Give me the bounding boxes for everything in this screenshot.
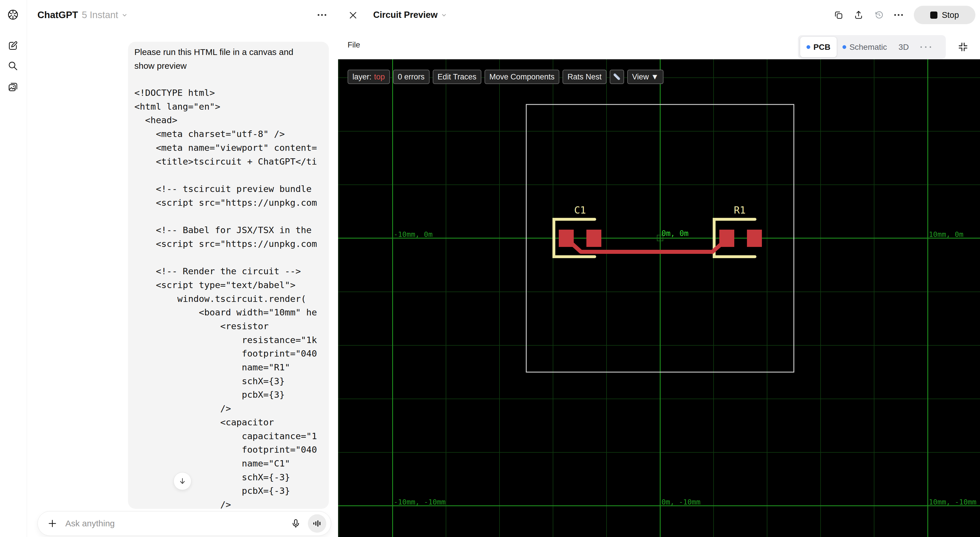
pad-c1-1 [559,229,574,247]
coord-label-right-mid: 10mm, 0m [929,230,963,239]
coord-label-origin: 0m, 0m [662,229,689,238]
tab-pcb[interactable]: PCB [800,37,837,57]
pad-r1-1 [719,229,734,247]
composer-input[interactable]: Ask anything [37,511,331,536]
pcb-canvas[interactable]: C1 R1 -10mm, 0m 0m, 0m 10mm, 0m -10mm, -… [338,59,980,537]
chevron-down-icon [121,11,128,18]
tab-schematic-label: Schematic [850,43,887,52]
rats-nest-button[interactable]: Rats Nest [563,70,606,84]
chevron-down-icon [441,11,447,18]
file-menu[interactable]: File [348,41,360,49]
user-message-text: Please run this HTML file in a canvas an… [134,45,316,73]
collapse-icon[interactable] [958,41,969,53]
pcb-status-dot [807,45,810,49]
coord-label-right-bottom: 10mm, -10mm [929,498,977,506]
microphone-icon[interactable] [291,518,301,529]
stop-square-icon [930,11,937,19]
move-components-button[interactable]: Move Components [485,70,560,84]
view-dropdown-button[interactable]: View ▼ [627,70,663,84]
coord-label-left-bottom: -10mm, -10mm [394,498,446,506]
errors-button[interactable]: 0 errors [393,70,430,84]
conversation-options-icon[interactable] [318,14,326,16]
pencil-icon [612,72,622,81]
scroll-to-bottom-button[interactable] [173,472,191,490]
plus-icon[interactable] [48,519,57,528]
view-tabs: PCB Schematic 3D [798,35,946,59]
pad-c1-2 [586,229,601,247]
composer-placeholder: Ask anything [65,519,291,528]
pcb-toolbar: layer: top 0 errors Edit Traces Move Com… [348,70,663,84]
tab-pcb-label: PCB [813,43,830,52]
layer-selector-button[interactable]: layer: top [348,70,390,84]
layer-value: top [374,73,385,81]
openai-logo-icon [8,9,18,20]
stop-button[interactable]: Stop [914,6,975,24]
library-icon[interactable] [8,81,18,92]
pencil-tool-button[interactable] [610,70,624,84]
voice-mode-button[interactable] [308,514,326,533]
coord-label-bottom-mid: 0m, -10mm [662,498,700,506]
close-icon[interactable] [348,10,358,20]
sidebar [0,0,27,537]
app-root: ChatGPT 5 Instant Please run this HTML f… [0,0,980,537]
voice-waveform-icon [312,519,322,528]
canvas-more-icon[interactable] [894,14,903,16]
pcb-drawing: C1 R1 [338,59,980,537]
share-icon[interactable] [853,10,864,20]
user-message-bubble: Please run this HTML file in a canvas an… [128,42,329,509]
copy-icon[interactable] [833,10,844,20]
canvas-title: Circuit Preview [373,10,438,20]
edit-traces-button[interactable]: Edit Traces [433,70,481,84]
model-name: 5 Instant [82,10,118,21]
history-icon[interactable] [874,10,884,20]
schematic-status-dot [842,45,846,49]
app-name: ChatGPT [37,10,78,21]
layer-label: layer: [352,73,371,81]
component-label-r1: R1 [734,204,746,216]
new-chat-icon[interactable] [8,40,18,51]
model-selector[interactable]: ChatGPT 5 Instant [37,8,128,22]
canvas-title-menu[interactable]: Circuit Preview [373,8,447,22]
tabs-overflow-icon[interactable] [915,46,937,48]
coord-label-left-mid: -10mm, 0m [394,230,433,239]
arrow-down-icon [178,477,187,486]
tab-3d[interactable]: 3D [893,43,915,52]
component-label-c1: C1 [574,204,586,216]
user-message-code: <!DOCTYPE html> <html lang="en"> <head> … [134,86,329,509]
tab-schematic[interactable]: Schematic [837,43,893,52]
stop-label: Stop [942,10,959,20]
search-icon[interactable] [8,61,18,72]
pad-r1-2 [747,229,762,247]
tab-3d-label: 3D [899,43,909,52]
